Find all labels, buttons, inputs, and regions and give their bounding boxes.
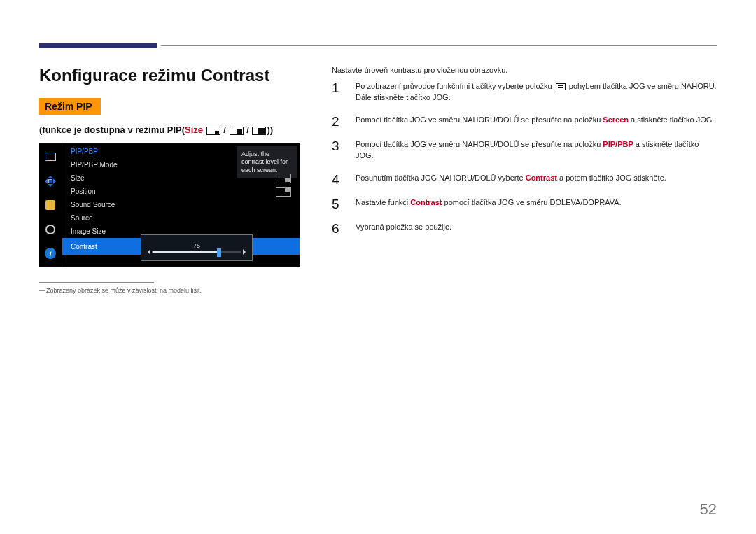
- mode-badge: Režim PIP: [39, 98, 101, 115]
- osd-side-picture-icon: [43, 197, 58, 213]
- osd-side-info-icon: i: [43, 246, 58, 261]
- step-accent: Contrast: [410, 198, 442, 206]
- step-accent: PIP/PBP: [603, 140, 633, 148]
- step-text: Pomocí tlačítka JOG ve směru NAHORU/DOLŮ…: [356, 140, 603, 148]
- osd-row-label: Image Size: [71, 227, 106, 235]
- footnote-rule: [39, 282, 154, 283]
- slider-track[interactable]: [152, 251, 241, 253]
- subhead-sep2: /: [244, 125, 252, 135]
- header-accent-bar: [39, 43, 157, 48]
- osd-row-label: PIP/PBP Mode: [71, 161, 118, 169]
- subhead-size-label: Size: [185, 125, 203, 135]
- osd-row-sound-source[interactable]: Sound Source: [62, 198, 300, 211]
- subheading: (funkce je dostupná v režimu PIP(Size / …: [39, 125, 307, 135]
- osd-screenshot: i PIP/PBP Adjust the contrast level for …: [39, 143, 300, 267]
- slider-left-arrow-icon: [145, 249, 150, 255]
- subhead-prefix: (funkce je dostupná v režimu PIP(: [39, 125, 185, 135]
- step-number: 1: [332, 81, 344, 104]
- step-text: Posunutím tlačítka JOG NAHORU/DOLŮ vyber…: [356, 174, 526, 182]
- step-text: Pomocí tlačítka JOG ve směru NAHORU/DOLŮ…: [356, 115, 603, 124]
- step-1: 1 Po zobrazení průvodce funkčními tlačít…: [332, 81, 717, 104]
- page-number: 52: [700, 500, 717, 519]
- step-number: 5: [332, 197, 344, 211]
- osd-side-monitor-icon: [43, 149, 58, 164]
- osd-row-label: Contrast: [71, 243, 97, 251]
- slider-right-arrow-icon: [243, 249, 248, 255]
- pip-size-small-icon: [206, 127, 220, 135]
- footnote: ―Zobrazený obrázek se může v závislosti …: [39, 287, 307, 294]
- step-text: pomocí tlačítka JOG ve směru DOLEVA/DOPR…: [442, 198, 622, 206]
- step-number: 6: [332, 222, 344, 235]
- subhead-suffix: )): [267, 125, 273, 135]
- pip-position-thumb-icon: [276, 187, 291, 197]
- step-number: 2: [332, 115, 344, 128]
- step-text: Po zobrazení průvodce funkčními tlačítky…: [356, 82, 554, 90]
- page-title: Konfigurace režimu Contrast: [39, 66, 307, 85]
- osd-row-label: Position: [71, 188, 96, 195]
- osd-side-nav-icon: [43, 174, 58, 189]
- step-5: 5 Nastavte funkci Contrast pomocí tlačít…: [332, 197, 717, 211]
- pip-size-thumb-icon: [276, 174, 291, 183]
- step-accent: Contrast: [526, 174, 557, 182]
- step-2: 2 Pomocí tlačítka JOG ve směru NAHORU/DO…: [332, 115, 717, 128]
- step-text: a potom tlačítko JOG stiskněte.: [557, 174, 666, 182]
- step-text: a stiskněte tlačítko JOG.: [629, 115, 714, 124]
- osd-slider-value: 75: [193, 242, 200, 249]
- step-3: 3 Pomocí tlačítka JOG ve směru NAHORU/DO…: [332, 139, 717, 162]
- osd-side-settings-icon: [43, 222, 58, 237]
- step-number: 4: [332, 173, 344, 186]
- intro-text: Nastavte úroveň kontrastu pro vloženou o…: [332, 66, 717, 74]
- subhead-sep1: /: [221, 125, 229, 135]
- osd-row-position[interactable]: Position: [62, 185, 300, 198]
- pip-size-large-icon: [252, 127, 266, 135]
- menu-icon: [556, 83, 566, 90]
- osd-row-label: Sound Source: [71, 201, 115, 209]
- step-4: 4 Posunutím tlačítka JOG NAHORU/DOLŮ vyb…: [332, 173, 717, 186]
- osd-row-label: Size: [71, 174, 84, 182]
- osd-row-label: Source: [71, 214, 93, 222]
- osd-row-source[interactable]: Source: [62, 211, 300, 225]
- step-text: Vybraná položka se použije.: [356, 222, 451, 235]
- step-number: 3: [332, 139, 344, 162]
- step-text: Nastavte funkci: [356, 198, 410, 206]
- step-6: 6 Vybraná položka se použije.: [332, 222, 717, 235]
- slider-knob[interactable]: [217, 248, 221, 257]
- step-accent: Screen: [603, 115, 629, 124]
- pip-size-medium-icon: [230, 127, 244, 135]
- header-rule: [161, 45, 717, 46]
- osd-contrast-slider[interactable]: 75: [141, 234, 253, 261]
